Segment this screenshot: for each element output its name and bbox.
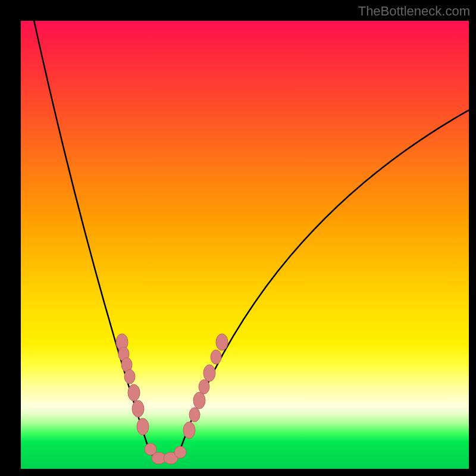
data-marker <box>183 422 195 439</box>
data-marker <box>132 400 144 417</box>
data-markers <box>21 21 469 469</box>
watermark-text: TheBottleneck.com <box>358 4 470 19</box>
data-marker <box>124 369 135 384</box>
data-marker <box>216 334 228 350</box>
data-marker <box>203 365 215 381</box>
data-marker <box>128 384 140 401</box>
data-marker <box>174 446 186 458</box>
data-marker <box>137 418 149 435</box>
data-marker <box>189 408 200 422</box>
data-marker <box>199 380 209 394</box>
data-marker <box>211 350 221 364</box>
data-marker <box>193 392 205 409</box>
